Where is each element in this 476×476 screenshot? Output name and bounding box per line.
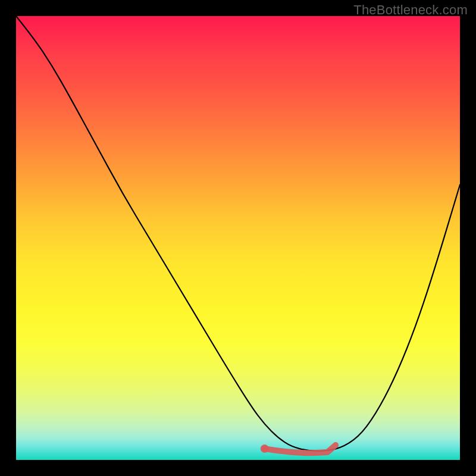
optimal-point-marker: [261, 444, 269, 453]
bottleneck-curve: [16, 16, 460, 451]
chart-container: { "attribution": "TheBottleneck.com", "c…: [0, 0, 476, 476]
attribution-text: TheBottleneck.com: [353, 2, 468, 18]
plot-area: [16, 16, 460, 460]
curve-layer: [16, 16, 460, 460]
